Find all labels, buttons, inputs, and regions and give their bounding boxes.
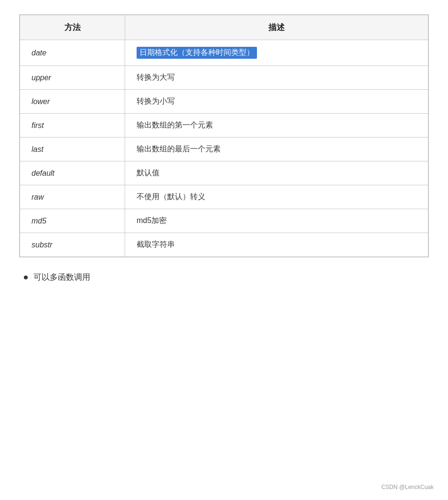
description-cell: 转换为大写 (125, 66, 428, 90)
bullet-text: 可以多函数调用 (33, 272, 90, 283)
method-cell: lower (20, 90, 125, 114)
table-row: substr截取字符串 (20, 233, 428, 257)
description-cell: 输出数组的最后一个元素 (125, 138, 428, 161)
description-cell: 日期格式化（支持各种时间类型） (125, 40, 428, 66)
methods-table: 方法 描述 date日期格式化（支持各种时间类型）upper转换为大写lower… (20, 15, 428, 257)
method-cell: last (20, 138, 125, 161)
method-cell: date (20, 40, 125, 66)
description-cell: 输出数组的第一个元素 (125, 114, 428, 138)
main-content: 方法 描述 date日期格式化（支持各种时间类型）upper转换为大写lower… (19, 14, 429, 283)
table-row: md5md5加密 (20, 209, 428, 233)
method-cell: raw (20, 185, 125, 209)
description-cell: 不使用（默认）转义 (125, 185, 428, 209)
table-header-row: 方法 描述 (20, 15, 428, 40)
highlighted-description: 日期格式化（支持各种时间类型） (137, 47, 257, 59)
table-row: date日期格式化（支持各种时间类型） (20, 40, 428, 66)
table-row: upper转换为大写 (20, 66, 428, 90)
method-cell: default (20, 161, 125, 185)
footer-credit: CSDN @LenckCuak (381, 484, 434, 490)
method-cell: first (20, 114, 125, 138)
method-cell: substr (20, 233, 125, 257)
method-cell: upper (20, 66, 125, 90)
table-row: default默认值 (20, 161, 428, 185)
table-row: last输出数组的最后一个元素 (20, 138, 428, 161)
methods-table-container: 方法 描述 date日期格式化（支持各种时间类型）upper转换为大写lower… (19, 14, 429, 257)
bullet-dot-icon (24, 276, 28, 279)
description-cell: md5加密 (125, 209, 428, 233)
table-row: lower转换为小写 (20, 90, 428, 114)
description-cell: 截取字符串 (125, 233, 428, 257)
table-row: first输出数组的第一个元素 (20, 114, 428, 138)
header-method: 方法 (20, 15, 125, 40)
bullet-item: 可以多函数调用 (24, 272, 429, 283)
description-cell: 默认值 (125, 161, 428, 185)
table-row: raw不使用（默认）转义 (20, 185, 428, 209)
bullet-section: 可以多函数调用 (19, 272, 429, 283)
method-cell: md5 (20, 209, 125, 233)
header-description: 描述 (125, 15, 428, 40)
description-cell: 转换为小写 (125, 90, 428, 114)
